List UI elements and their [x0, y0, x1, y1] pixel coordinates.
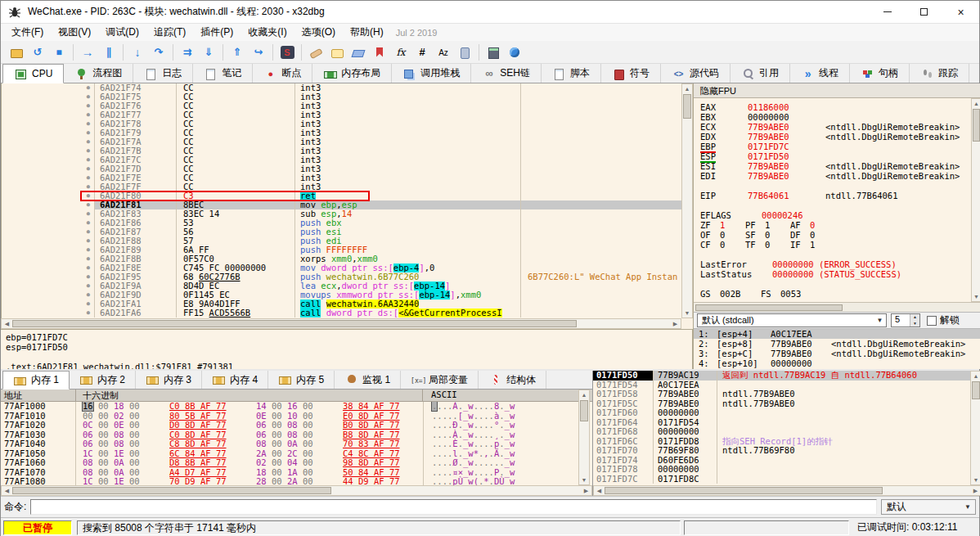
breakpoint-dot-icon[interactable]: ●: [2, 146, 95, 155]
register-row[interactable]: CF0TF0IF1: [694, 240, 971, 250]
register-row[interactable]: ECX77B9ABE0<ntdll.DbgUiRemoteBreakin>: [694, 122, 971, 132]
stack-row[interactable]: 0171FD7800000000: [593, 465, 970, 475]
register-row[interactable]: EIP77B64061ntdll.77B64061: [694, 191, 971, 200]
registers-hscrollbar[interactable]: [694, 302, 980, 312]
register-row[interactable]: [694, 279, 971, 289]
tab-threads[interactable]: 线程: [790, 64, 850, 83]
breakpoint-dot-icon[interactable]: ●: [2, 209, 95, 218]
breakpoint-dot-icon[interactable]: ●: [2, 173, 95, 182]
step-over-button[interactable]: [148, 43, 169, 61]
disassembly-vscrollbar[interactable]: ▲ ▼: [681, 83, 693, 318]
spin-up-icon[interactable]: ▲: [910, 314, 919, 321]
open-file-button[interactable]: [6, 43, 27, 61]
stack-row[interactable]: 0171FD6800000000: [593, 427, 970, 437]
register-row[interactable]: OF0SF0DF0: [694, 230, 971, 240]
register-row[interactable]: EDI77B9ABE0<ntdll.DbgUiRemoteBreakin>: [694, 171, 971, 181]
tab-source[interactable]: 源代码: [661, 64, 731, 83]
stack-row[interactable]: 0171FD6000000000: [593, 408, 970, 418]
tab-symbols[interactable]: 符号: [601, 64, 661, 83]
step-into-button[interactable]: [127, 43, 148, 61]
stack-row[interactable]: 0171FD7C0171FD8C: [593, 475, 970, 484]
restart-button[interactable]: [27, 43, 48, 61]
stack-row[interactable]: 0171FD5077B9AC19返回到 ntdll.77B9AC19 自 ntd…: [593, 371, 970, 381]
minimize-button[interactable]: [869, 1, 906, 23]
breakpoint-dot-icon[interactable]: ●: [2, 300, 95, 309]
argument-row[interactable]: 3:[esp+C]77B9ABE0<ntdll.DbgUiRemoteBreak…: [694, 349, 980, 358]
disasm-row[interactable]: ●6AD21FA6FF15 ACD5566Bcall dword ptr ds:…: [2, 309, 681, 318]
menu-item-T[interactable]: 追踪(T): [146, 25, 193, 39]
tab-trace[interactable]: 跟踪: [910, 64, 969, 83]
menu-item-F[interactable]: 文件(F): [4, 25, 51, 39]
menu-item-V[interactable]: 视图(V): [51, 25, 98, 39]
pause-button[interactable]: [98, 43, 119, 61]
dump-row[interactable]: 77AF10801C 00 1E 0070 D9 AF 7728 00 2A 0…: [1, 477, 578, 485]
tab-call-stack[interactable]: 调用堆栈: [392, 64, 471, 83]
breakpoint-dot-icon[interactable]: ●: [2, 110, 95, 119]
tab-log[interactable]: 日志: [133, 64, 193, 83]
breakpoint-dot-icon[interactable]: ●: [2, 236, 95, 245]
register-row[interactable]: EAX01186000: [694, 102, 971, 112]
breakpoint-dot-icon[interactable]: ●: [2, 254, 95, 263]
register-row[interactable]: [694, 200, 971, 210]
calculator-button[interactable]: [483, 43, 504, 61]
menu-item-I[interactable]: 收藏夹(I): [241, 25, 294, 39]
tab-dump-4[interactable]: 内存 4: [202, 371, 268, 389]
dump-vscrollbar[interactable]: ▲ ▼: [578, 390, 590, 485]
run-to-user-code-button[interactable]: [248, 43, 269, 61]
register-row[interactable]: [694, 181, 971, 191]
bookmark-button[interactable]: [369, 43, 390, 61]
strings-button[interactable]: [433, 43, 454, 61]
tab-seh[interactable]: SEH链: [471, 64, 542, 83]
tab-references[interactable]: 引用: [731, 64, 790, 83]
tab-memory-map[interactable]: 内存布局: [312, 64, 392, 83]
breakpoint-dot-icon[interactable]: ●: [2, 227, 95, 236]
stack-vscrollbar[interactable]: ▲ ▼: [970, 371, 980, 485]
maximize-button[interactable]: [906, 1, 942, 23]
patch-button[interactable]: [305, 43, 326, 61]
preferences-button[interactable]: [504, 43, 525, 61]
breakpoint-dot-icon[interactable]: ●: [2, 128, 95, 137]
breakpoint-dot-icon[interactable]: ●: [2, 92, 95, 101]
register-row[interactable]: EBP0171FD7C: [694, 142, 971, 151]
execute-till-return-button[interactable]: [227, 43, 248, 61]
spin-down-icon[interactable]: ▼: [910, 321, 919, 327]
tab-dump-5[interactable]: 内存 5: [268, 371, 335, 389]
hide-fpu-button[interactable]: 隐藏FPU: [694, 83, 980, 98]
tab-watch-1[interactable]: 监视 1: [335, 371, 401, 389]
tab-dump-2[interactable]: 内存 2: [70, 371, 136, 389]
register-row[interactable]: LastStatus00000000 (STATUS_SUCCESS): [694, 269, 971, 279]
menu-item-D[interactable]: 调试(D): [98, 25, 146, 39]
disassembly-hscrollbar[interactable]: ◀ ▶: [1, 318, 681, 329]
register-row[interactable]: EBX00000000: [694, 112, 971, 122]
stack-row[interactable]: 0171FD640171FD54: [593, 418, 970, 428]
menu-item-O[interactable]: 选项(O): [294, 25, 343, 39]
attach-button[interactable]: [454, 43, 475, 61]
register-row[interactable]: ESI77B9ABE0<ntdll.DbgUiRemoteBreakin>: [694, 161, 971, 171]
breakpoint-dot-icon[interactable]: ●: [2, 200, 95, 209]
breakpoint-dot-icon[interactable]: ●: [2, 309, 95, 318]
breakpoint-dot-icon[interactable]: ●: [2, 119, 95, 128]
breakpoint-dot-icon[interactable]: ●: [2, 273, 95, 282]
stack-row[interactable]: 0171FD54A0C17EEA: [593, 381, 970, 390]
breakpoint-dot-icon[interactable]: ●: [2, 182, 95, 191]
menu-item-H[interactable]: 帮助(H): [343, 25, 391, 39]
register-row[interactable]: LastError00000000 (ERROR_SUCCESS): [694, 259, 971, 269]
stack-hscrollbar[interactable]: ◀ ▶: [593, 485, 980, 496]
argument-row[interactable]: 4:[esp+10]00000000: [694, 358, 980, 368]
stack-row[interactable]: 0171FD7077B69F80ntdll.77B69F80: [593, 446, 970, 456]
calling-convention-select[interactable]: 默认 (stdcall) ▼: [697, 313, 887, 327]
tab-dump-1[interactable]: 内存 1: [2, 371, 70, 390]
comment-button[interactable]: [326, 43, 348, 61]
breakpoint-dot-icon[interactable]: ●: [2, 164, 95, 173]
breakpoint-dot-icon[interactable]: ●: [2, 101, 95, 110]
tab-cpu[interactable]: CPU: [2, 64, 64, 83]
trace-into-button[interactable]: [198, 43, 219, 61]
stack-row[interactable]: 0171FD74D60FE6D6: [593, 456, 970, 466]
tab-breakpoints[interactable]: 断点: [253, 64, 312, 83]
dump-hscrollbar[interactable]: ◀ ▶: [1, 485, 592, 496]
menu-item-P[interactable]: 插件(P): [193, 25, 241, 39]
tab-handles[interactable]: 句柄: [850, 64, 910, 83]
tab-script[interactable]: 脚本: [542, 64, 601, 83]
tab-graph[interactable]: 流程图: [64, 64, 133, 83]
argument-count-stepper[interactable]: 5 ▲▼: [891, 313, 920, 327]
